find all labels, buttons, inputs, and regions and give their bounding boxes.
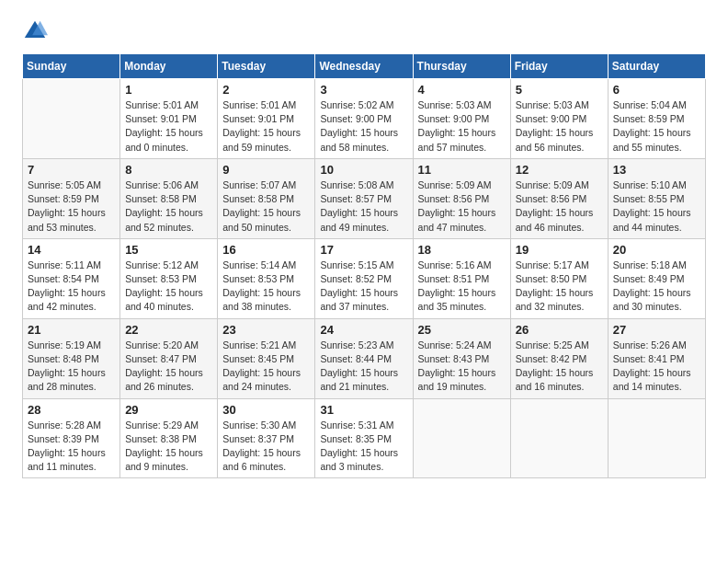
day-info: Sunrise: 5:03 AMSunset: 9:00 PMDaylight:… (418, 98, 506, 155)
calendar-cell (608, 398, 705, 478)
calendar-table: SundayMondayTuesdayWednesdayThursdayFrid… (22, 53, 706, 478)
day-number: 29 (125, 403, 212, 417)
day-info: Sunrise: 5:09 AMSunset: 8:56 PMDaylight:… (516, 178, 603, 235)
day-number: 14 (28, 243, 115, 257)
day-number: 15 (125, 243, 212, 257)
day-info: Sunrise: 5:05 AMSunset: 8:59 PMDaylight:… (28, 178, 115, 235)
day-info: Sunrise: 5:29 AMSunset: 8:38 PMDaylight:… (125, 419, 212, 475)
calendar-cell: 5Sunrise: 5:03 AMSunset: 9:00 PMDaylight… (510, 79, 608, 159)
week-row-2: 7Sunrise: 5:05 AMSunset: 8:59 PMDaylight… (23, 158, 706, 238)
calendar-cell: 2Sunrise: 5:01 AMSunset: 9:01 PMDaylight… (218, 79, 315, 159)
calendar-cell: 1Sunrise: 5:01 AMSunset: 9:01 PMDaylight… (120, 79, 218, 159)
calendar-cell: 3Sunrise: 5:02 AMSunset: 9:00 PMDaylight… (315, 79, 413, 159)
day-number: 17 (320, 243, 407, 257)
calendar-cell: 31Sunrise: 5:31 AMSunset: 8:35 PMDayligh… (315, 398, 413, 478)
calendar-cell: 15Sunrise: 5:12 AMSunset: 8:53 PMDayligh… (120, 238, 218, 318)
calendar-cell: 4Sunrise: 5:03 AMSunset: 9:00 PMDaylight… (413, 79, 510, 159)
calendar-cell (510, 398, 608, 478)
calendar-cell (413, 398, 510, 478)
day-number: 27 (613, 323, 700, 337)
calendar-cell: 9Sunrise: 5:07 AMSunset: 8:58 PMDaylight… (218, 158, 315, 238)
day-info: Sunrise: 5:24 AMSunset: 8:43 PMDaylight:… (418, 339, 506, 395)
calendar-cell: 11Sunrise: 5:09 AMSunset: 8:56 PMDayligh… (413, 158, 510, 238)
day-number: 4 (418, 83, 506, 97)
day-number: 22 (125, 323, 212, 337)
calendar-cell: 27Sunrise: 5:26 AMSunset: 8:41 PMDayligh… (608, 318, 705, 398)
day-info: Sunrise: 5:11 AMSunset: 8:54 PMDaylight:… (28, 259, 115, 315)
calendar-cell: 30Sunrise: 5:30 AMSunset: 8:37 PMDayligh… (218, 398, 315, 478)
week-row-4: 21Sunrise: 5:19 AMSunset: 8:48 PMDayligh… (23, 318, 706, 398)
day-info: Sunrise: 5:04 AMSunset: 8:59 PMDaylight:… (613, 98, 700, 155)
calendar-cell: 19Sunrise: 5:17 AMSunset: 8:50 PMDayligh… (510, 238, 608, 318)
day-number: 6 (613, 83, 700, 97)
day-number: 8 (125, 163, 212, 177)
calendar-cell: 23Sunrise: 5:21 AMSunset: 8:45 PMDayligh… (218, 318, 315, 398)
header-monday: Monday (120, 54, 218, 79)
logo (22, 18, 53, 44)
header-sunday: Sunday (23, 54, 120, 79)
calendar-cell: 13Sunrise: 5:10 AMSunset: 8:55 PMDayligh… (608, 158, 705, 238)
day-info: Sunrise: 5:23 AMSunset: 8:44 PMDaylight:… (320, 339, 407, 395)
day-number: 1 (125, 83, 212, 97)
day-info: Sunrise: 5:17 AMSunset: 8:50 PMDaylight:… (516, 259, 603, 315)
calendar-cell: 20Sunrise: 5:18 AMSunset: 8:49 PMDayligh… (608, 238, 705, 318)
calendar-cell: 16Sunrise: 5:14 AMSunset: 8:53 PMDayligh… (218, 238, 315, 318)
week-row-3: 14Sunrise: 5:11 AMSunset: 8:54 PMDayligh… (23, 238, 706, 318)
day-number: 21 (28, 323, 115, 337)
day-number: 23 (222, 323, 310, 337)
calendar-cell: 18Sunrise: 5:16 AMSunset: 8:51 PMDayligh… (413, 238, 510, 318)
day-number: 9 (222, 163, 310, 177)
day-info: Sunrise: 5:30 AMSunset: 8:37 PMDaylight:… (222, 419, 310, 475)
day-number: 24 (320, 323, 407, 337)
day-number: 20 (613, 243, 700, 257)
calendar-cell: 14Sunrise: 5:11 AMSunset: 8:54 PMDayligh… (23, 238, 120, 318)
day-number: 18 (418, 243, 506, 257)
day-number: 2 (222, 83, 310, 97)
day-number: 16 (222, 243, 310, 257)
day-info: Sunrise: 5:02 AMSunset: 9:00 PMDaylight:… (320, 98, 407, 155)
header-friday: Friday (510, 54, 608, 79)
day-info: Sunrise: 5:12 AMSunset: 8:53 PMDaylight:… (125, 259, 212, 315)
day-number: 5 (516, 83, 603, 97)
day-number: 13 (613, 163, 700, 177)
day-info: Sunrise: 5:07 AMSunset: 8:58 PMDaylight:… (222, 178, 310, 235)
day-number: 26 (516, 323, 603, 337)
day-info: Sunrise: 5:16 AMSunset: 8:51 PMDaylight:… (418, 259, 506, 315)
day-info: Sunrise: 5:20 AMSunset: 8:47 PMDaylight:… (125, 339, 212, 395)
day-number: 31 (320, 403, 407, 417)
day-info: Sunrise: 5:08 AMSunset: 8:57 PMDaylight:… (320, 178, 407, 235)
calendar-cell: 22Sunrise: 5:20 AMSunset: 8:47 PMDayligh… (120, 318, 218, 398)
header-saturday: Saturday (608, 54, 705, 79)
day-number: 30 (222, 403, 310, 417)
calendar-cell: 29Sunrise: 5:29 AMSunset: 8:38 PMDayligh… (120, 398, 218, 478)
week-row-1: 1Sunrise: 5:01 AMSunset: 9:01 PMDaylight… (23, 79, 706, 159)
header-thursday: Thursday (413, 54, 510, 79)
day-info: Sunrise: 5:28 AMSunset: 8:39 PMDaylight:… (28, 419, 115, 475)
day-info: Sunrise: 5:03 AMSunset: 9:00 PMDaylight:… (516, 98, 603, 155)
day-info: Sunrise: 5:10 AMSunset: 8:55 PMDaylight:… (613, 178, 700, 235)
header-tuesday: Tuesday (218, 54, 315, 79)
day-info: Sunrise: 5:21 AMSunset: 8:45 PMDaylight:… (222, 339, 310, 395)
day-info: Sunrise: 5:18 AMSunset: 8:49 PMDaylight:… (613, 259, 700, 315)
day-number: 3 (320, 83, 407, 97)
day-info: Sunrise: 5:19 AMSunset: 8:48 PMDaylight:… (28, 339, 115, 395)
calendar-cell: 8Sunrise: 5:06 AMSunset: 8:58 PMDaylight… (120, 158, 218, 238)
calendar-cell: 6Sunrise: 5:04 AMSunset: 8:59 PMDaylight… (608, 79, 705, 159)
day-number: 19 (516, 243, 603, 257)
calendar-cell: 24Sunrise: 5:23 AMSunset: 8:44 PMDayligh… (315, 318, 413, 398)
calendar-cell: 12Sunrise: 5:09 AMSunset: 8:56 PMDayligh… (510, 158, 608, 238)
calendar-cell (23, 79, 120, 159)
day-info: Sunrise: 5:31 AMSunset: 8:35 PMDaylight:… (320, 419, 407, 475)
week-row-5: 28Sunrise: 5:28 AMSunset: 8:39 PMDayligh… (23, 398, 706, 478)
day-info: Sunrise: 5:09 AMSunset: 8:56 PMDaylight:… (418, 178, 506, 235)
calendar-header-row: SundayMondayTuesdayWednesdayThursdayFrid… (23, 54, 706, 79)
calendar-cell: 21Sunrise: 5:19 AMSunset: 8:48 PMDayligh… (23, 318, 120, 398)
calendar-cell: 28Sunrise: 5:28 AMSunset: 8:39 PMDayligh… (23, 398, 120, 478)
day-number: 12 (516, 163, 603, 177)
day-info: Sunrise: 5:01 AMSunset: 9:01 PMDaylight:… (125, 98, 212, 155)
page-header (22, 18, 706, 44)
calendar-cell: 25Sunrise: 5:24 AMSunset: 8:43 PMDayligh… (413, 318, 510, 398)
day-number: 7 (28, 163, 115, 177)
calendar-cell: 26Sunrise: 5:25 AMSunset: 8:42 PMDayligh… (510, 318, 608, 398)
day-number: 25 (418, 323, 506, 337)
